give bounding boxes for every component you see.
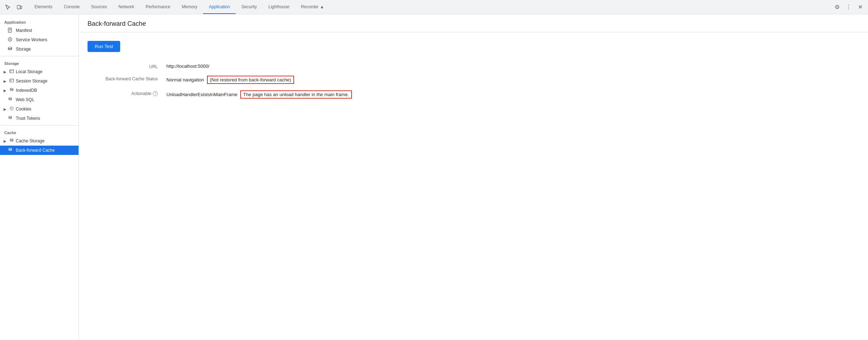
trust-tokens-icon — [7, 115, 13, 121]
back-forward-cache-icon — [7, 147, 13, 153]
manifest-icon — [7, 28, 13, 34]
sidebar-item-session-storage[interactable]: ▶ Session Storage — [0, 76, 79, 86]
cache-storage-icon — [9, 138, 14, 144]
url-label: URL — [88, 63, 166, 69]
cookies-label: Cookies — [16, 107, 31, 112]
device-toggle-icon[interactable] — [14, 2, 24, 12]
chevron-icon: ▶ — [3, 70, 7, 74]
svg-point-21 — [11, 109, 11, 110]
svg-point-16 — [10, 88, 13, 89]
info-grid: URL http://localhost:5000/ Back-forward … — [88, 63, 410, 99]
sidebar-item-back-forward-cache[interactable]: Back-forward Cache — [0, 146, 79, 155]
service-workers-label: Service Workers — [16, 37, 47, 42]
inspect-icon[interactable] — [3, 2, 13, 12]
sidebar-divider-2 — [0, 125, 79, 126]
actionable-code: UnloadHandlerExistsInMainFrame — [166, 92, 237, 97]
close-icon[interactable]: ✕ — [855, 2, 865, 12]
actionable-label: Actionable ? — [88, 90, 166, 96]
svg-rect-13 — [10, 79, 14, 82]
cache-status-label: Back-forward Cache Status — [88, 76, 166, 81]
actionable-highlight-box: The page has an unload handler in the ma… — [240, 90, 352, 99]
local-storage-icon — [9, 69, 14, 75]
tab-console[interactable]: Console — [58, 0, 85, 14]
content-area: Back-forward Cache Run Test URL http://l… — [79, 14, 868, 340]
status-text: Normal navigation — [166, 77, 204, 82]
tab-bar: Elements Console Sources Network Perform… — [29, 0, 832, 14]
svg-rect-1 — [20, 6, 22, 9]
trust-tokens-label: Trust Tokens — [16, 116, 40, 121]
cache-storage-label: Cache Storage — [16, 138, 44, 143]
main-layout: Application Manifest Service W — [0, 14, 868, 340]
url-value: http://localhost:5000/ — [166, 63, 410, 69]
svg-point-19 — [11, 108, 11, 108]
svg-point-18 — [10, 107, 13, 110]
chevron-icon: ▶ — [3, 89, 7, 93]
session-storage-icon — [9, 78, 14, 84]
storage-label: Storage — [16, 47, 31, 52]
tab-security[interactable]: Security — [236, 0, 263, 14]
toolbar-right: ⚙ ⋮ ✕ — [832, 2, 865, 12]
actionable-value: UnloadHandlerExistsInMainFrame The page … — [166, 90, 410, 99]
tab-performance[interactable]: Performance — [140, 0, 176, 14]
indexeddb-label: IndexedDB — [16, 88, 37, 93]
more-options-icon[interactable]: ⋮ — [844, 2, 854, 12]
page-title: Back-forward Cache — [88, 20, 859, 28]
svg-rect-10 — [10, 70, 14, 73]
sidebar-item-web-sql[interactable]: Web SQL — [0, 95, 79, 104]
svg-point-24 — [9, 148, 11, 149]
chevron-icon: ▶ — [3, 79, 7, 83]
tab-network[interactable]: Network — [113, 0, 140, 14]
sidebar-item-manifest[interactable]: Manifest — [0, 26, 79, 35]
sidebar-section-cache: Cache — [0, 128, 79, 136]
manifest-label: Manifest — [16, 28, 32, 33]
sidebar-item-indexeddb[interactable]: ▶ IndexedDB — [0, 86, 79, 95]
sidebar-item-local-storage[interactable]: ▶ Local Storage — [0, 67, 79, 76]
session-storage-label: Session Storage — [16, 79, 47, 84]
status-highlight-box: (Not restored from back-forward cache) — [207, 76, 294, 84]
sidebar-section-storage: Storage — [0, 58, 79, 67]
svg-point-20 — [12, 108, 13, 109]
tab-elements[interactable]: Elements — [29, 0, 58, 14]
sidebar-item-storage[interactable]: Storage — [0, 44, 79, 54]
back-forward-cache-label: Back-forward Cache — [16, 148, 55, 153]
svg-point-17 — [9, 98, 11, 99]
content-body: Run Test URL http://localhost:5000/ Back… — [79, 32, 868, 107]
cookies-icon — [9, 106, 14, 112]
svg-point-23 — [10, 139, 13, 140]
sidebar-item-trust-tokens[interactable]: Trust Tokens — [0, 114, 79, 123]
indexeddb-icon — [9, 88, 14, 93]
devtools-toolbar: Elements Console Sources Network Perform… — [0, 0, 868, 14]
tab-application[interactable]: Application — [203, 0, 236, 14]
run-test-button[interactable]: Run Test — [88, 41, 120, 52]
web-sql-icon — [7, 97, 13, 103]
web-sql-label: Web SQL — [16, 97, 34, 102]
sidebar-item-cookies[interactable]: ▶ Cookies — [0, 104, 79, 114]
tab-memory[interactable]: Memory — [176, 0, 203, 14]
svg-point-7 — [9, 39, 11, 40]
svg-point-22 — [9, 116, 11, 117]
tab-lighthouse[interactable]: Lighthouse — [263, 0, 295, 14]
chevron-icon: ▶ — [3, 107, 7, 111]
sidebar-divider-1 — [0, 56, 79, 56]
svg-point-6 — [8, 38, 12, 41]
sidebar-section-application: Application — [0, 17, 79, 26]
tab-sources[interactable]: Sources — [85, 0, 113, 14]
sidebar-item-cache-storage[interactable]: ▶ Cache Storage — [0, 136, 79, 146]
svg-rect-0 — [17, 5, 20, 9]
service-workers-icon — [7, 37, 13, 43]
actionable-help-icon[interactable]: ? — [153, 91, 158, 96]
tab-recorder[interactable]: Recorder ▲ — [295, 0, 330, 14]
local-storage-label: Local Storage — [16, 69, 42, 74]
svg-point-9 — [8, 47, 12, 48]
storage-icon — [7, 46, 13, 52]
settings-icon[interactable]: ⚙ — [832, 2, 842, 12]
toolbar-left-icons — [3, 2, 24, 12]
chevron-icon: ▶ — [3, 139, 7, 143]
sidebar: Application Manifest Service W — [0, 14, 79, 340]
sidebar-item-service-workers[interactable]: Service Workers — [0, 35, 79, 44]
content-header: Back-forward Cache — [79, 14, 868, 32]
cache-status-value: Normal navigation (Not restored from bac… — [166, 76, 410, 84]
